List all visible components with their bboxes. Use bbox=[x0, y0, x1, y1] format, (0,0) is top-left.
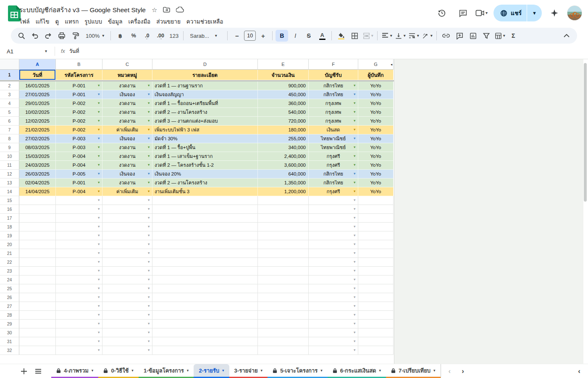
cell-dropdown-icon[interactable]: ▼ bbox=[147, 243, 150, 246]
empty-cell[interactable]: ▼ bbox=[102, 293, 152, 302]
sheet-tab-caret-icon[interactable]: ▾ bbox=[433, 368, 436, 373]
menu-item[interactable]: ไฟล์ bbox=[19, 16, 33, 27]
project-code-cell[interactable]: P-002▼ bbox=[56, 99, 102, 108]
account-cell[interactable]: กรุงเทพ▼ bbox=[309, 117, 358, 126]
sheet-tab-caret-icon[interactable]: ▾ bbox=[379, 368, 381, 373]
comments-icon[interactable] bbox=[454, 5, 471, 21]
empty-cell[interactable] bbox=[19, 214, 56, 223]
empty-cell[interactable]: ▼ bbox=[309, 276, 358, 284]
percent-format-icon[interactable]: % bbox=[127, 30, 140, 42]
empty-cell[interactable] bbox=[258, 223, 309, 231]
detail-cell[interactable]: งวดที่ 3 — งานตกแต่ง+ส่งมอบ bbox=[152, 117, 258, 126]
empty-cell[interactable]: ▼ bbox=[102, 311, 152, 320]
empty-cell[interactable] bbox=[358, 276, 394, 284]
account-cell[interactable]: กรุงเทพ▼ bbox=[309, 108, 358, 117]
cell-dropdown-icon[interactable]: ▼ bbox=[147, 163, 150, 167]
project-code-cell[interactable]: P-004▼ bbox=[56, 187, 102, 196]
share-caret-icon[interactable]: ▼ bbox=[527, 10, 542, 16]
column-header-A[interactable]: A bbox=[19, 59, 56, 70]
cell-dropdown-icon[interactable]: ▼ bbox=[97, 296, 100, 299]
empty-cell[interactable] bbox=[258, 214, 309, 223]
cell-dropdown-icon[interactable]: ▼ bbox=[353, 322, 356, 326]
cell-dropdown-icon[interactable]: ▼ bbox=[353, 331, 356, 334]
row-number[interactable]: 2 bbox=[0, 81, 19, 90]
empty-cell[interactable] bbox=[152, 284, 258, 293]
insert-chart-icon[interactable] bbox=[467, 30, 479, 42]
empty-cell[interactable] bbox=[19, 328, 56, 337]
date-cell[interactable]: 10/02/2025 bbox=[19, 108, 56, 117]
create-filter-icon[interactable] bbox=[480, 30, 493, 42]
amount-cell[interactable]: 2,400,000 bbox=[258, 152, 309, 161]
borders-icon[interactable] bbox=[348, 30, 361, 42]
cell-dropdown-icon[interactable]: ▼ bbox=[353, 199, 356, 202]
cell-dropdown-icon[interactable]: ▼ bbox=[147, 128, 150, 131]
cell-dropdown-icon[interactable]: ▼ bbox=[147, 260, 150, 264]
sheet-tab[interactable]: 3-รายจ่าย▾ bbox=[229, 364, 268, 378]
cell-dropdown-icon[interactable]: ▼ bbox=[97, 252, 100, 255]
empty-cell[interactable]: ▼ bbox=[102, 205, 152, 214]
empty-cell[interactable] bbox=[258, 284, 309, 293]
account-cell[interactable]: กรุงศรี▼ bbox=[309, 161, 358, 170]
detail-cell[interactable]: เพิ่มระบบไฟฟ้า 3 เฟส bbox=[152, 126, 258, 134]
date-cell[interactable]: 12/02/2025 bbox=[19, 117, 56, 126]
cell-dropdown-icon[interactable]: ▼ bbox=[147, 304, 150, 308]
cell-dropdown-icon[interactable]: ▼ bbox=[97, 243, 100, 246]
empty-cell[interactable]: ▼ bbox=[56, 205, 102, 214]
category-cell[interactable]: ค่าเพิ่มเติม▼ bbox=[102, 126, 152, 134]
cell-dropdown-icon[interactable]: ▼ bbox=[147, 278, 150, 281]
project-code-cell[interactable]: P-001▼ bbox=[56, 81, 102, 90]
sheet-tab[interactable]: 5-เจาะโครงการ▾ bbox=[268, 364, 328, 378]
row-number[interactable]: 21 bbox=[0, 249, 19, 258]
empty-cell[interactable]: ▼ bbox=[102, 302, 152, 311]
empty-cell[interactable]: ▼ bbox=[56, 231, 102, 240]
cell-dropdown-icon[interactable]: ▼ bbox=[147, 287, 150, 290]
header-cell[interactable]: รหัสโครงการ bbox=[56, 70, 102, 80]
empty-cell[interactable] bbox=[19, 293, 56, 302]
cell-dropdown-icon[interactable]: ▼ bbox=[97, 137, 100, 140]
sheet-tab-caret-icon[interactable]: ▾ bbox=[92, 368, 94, 373]
detail-cell[interactable]: งวดที่ 2 — งานโครงสร้าง bbox=[152, 178, 258, 187]
cell-dropdown-icon[interactable]: ▼ bbox=[353, 155, 356, 158]
recorder-cell[interactable]: YoYo bbox=[358, 117, 394, 126]
cell-dropdown-icon[interactable]: ▼ bbox=[147, 269, 150, 273]
all-sheets-icon[interactable] bbox=[31, 364, 45, 378]
row-number[interactable]: 16 bbox=[0, 205, 19, 214]
empty-cell[interactable] bbox=[258, 346, 309, 355]
sheet-tab[interactable]: 2-รายรับ▾ bbox=[194, 364, 229, 378]
detail-cell[interactable]: มัดจำ 30% bbox=[152, 134, 258, 143]
empty-cell[interactable] bbox=[152, 258, 258, 267]
recorder-cell[interactable]: YoYo bbox=[358, 126, 394, 134]
decrease-decimal-icon[interactable]: .0← bbox=[141, 30, 153, 42]
date-cell[interactable]: 16/01/2025 bbox=[19, 81, 56, 90]
empty-cell[interactable] bbox=[258, 311, 309, 320]
category-cell[interactable]: เงินจอง▼ bbox=[102, 90, 152, 99]
empty-cell[interactable]: ▼ bbox=[309, 346, 358, 355]
cell-dropdown-icon[interactable]: ▼ bbox=[97, 155, 100, 158]
empty-cell[interactable]: ▼ bbox=[56, 276, 102, 284]
share-button[interactable]: แชร์ ▼ bbox=[494, 5, 542, 21]
cell-dropdown-icon[interactable]: ▼ bbox=[97, 128, 100, 131]
empty-cell[interactable] bbox=[358, 311, 394, 320]
empty-cell[interactable] bbox=[152, 320, 258, 328]
empty-cell[interactable] bbox=[358, 240, 394, 249]
cell-dropdown-icon[interactable]: ▼ bbox=[147, 296, 150, 299]
merge-cells-icon[interactable]: ▾ bbox=[362, 30, 374, 42]
row-number[interactable]: 6 bbox=[0, 117, 19, 126]
empty-cell[interactable] bbox=[258, 276, 309, 284]
detail-cell[interactable]: งวดที่ 1 — เสาเข็ม+ฐานราก bbox=[152, 152, 258, 161]
empty-cell[interactable]: ▼ bbox=[102, 196, 152, 205]
cell-dropdown-icon[interactable]: ▼ bbox=[353, 181, 356, 184]
empty-cell[interactable]: ▼ bbox=[309, 214, 358, 223]
column-header-B[interactable]: B bbox=[56, 59, 102, 70]
column-header-G[interactable]: G◂ bbox=[358, 59, 394, 70]
empty-cell[interactable] bbox=[19, 337, 56, 346]
row-number[interactable]: 25 bbox=[0, 284, 19, 293]
sheet-tab-caret-icon[interactable]: ▾ bbox=[131, 368, 134, 373]
formula-input[interactable]: วันที่ bbox=[69, 47, 79, 55]
empty-cell[interactable] bbox=[258, 231, 309, 240]
column-header-D[interactable]: D bbox=[152, 59, 258, 70]
row-number[interactable]: 5 bbox=[0, 108, 19, 117]
recorder-cell[interactable]: YoYo bbox=[358, 161, 394, 170]
insert-comment-icon[interactable] bbox=[453, 30, 466, 42]
cell-dropdown-icon[interactable]: ▼ bbox=[97, 84, 100, 87]
